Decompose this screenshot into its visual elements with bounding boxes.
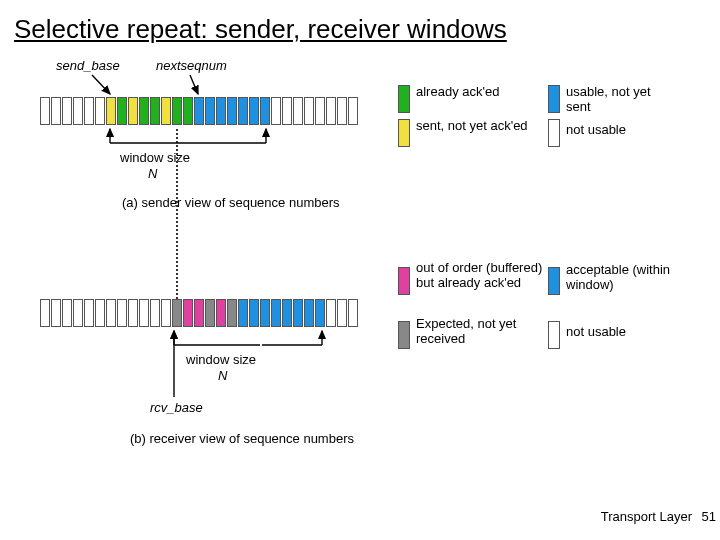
sender-caption: (a) sender view of sequence numbers xyxy=(122,195,340,210)
nextseqnum-label: nextseqnum xyxy=(156,59,227,74)
legend-not-usable-sender: not usable xyxy=(566,123,626,138)
legend-sent-not-acked: sent, not yet ack'ed xyxy=(416,119,528,134)
legend-box-sent-not-acked xyxy=(398,119,410,147)
sender-sequence-bars xyxy=(40,97,359,125)
legend-box-out-of-order xyxy=(398,267,410,295)
legend-box-already-acked xyxy=(398,85,410,113)
send-base-label: send_base xyxy=(56,59,120,74)
page-number: 51 xyxy=(702,509,716,524)
receiver-window-size-label: window size xyxy=(186,353,256,368)
dotted-connector xyxy=(176,129,178,299)
legend-acceptable: acceptable (within window) xyxy=(566,263,686,293)
receiver-sequence-bars xyxy=(40,299,359,327)
legend-expected: Expected, not yet received xyxy=(416,317,546,347)
receiver-window-size-var: N xyxy=(218,369,227,384)
svg-line-1 xyxy=(190,75,198,94)
legend-already-acked: already ack'ed xyxy=(416,85,499,100)
slide-title: Selective repeat: sender, receiver windo… xyxy=(0,0,720,47)
legend-box-not-usable-receiver xyxy=(548,321,560,349)
receiver-caption: (b) receiver view of sequence numbers xyxy=(130,431,354,446)
diagram-figure: send_base nextseqnum already ack'ed sent… xyxy=(0,47,720,487)
svg-line-0 xyxy=(92,75,110,94)
legend-box-usable-not-sent xyxy=(548,85,560,113)
legend-not-usable-receiver: not usable xyxy=(566,325,626,340)
sender-window-size-var: N xyxy=(148,167,157,182)
sender-window-size-label: window size xyxy=(120,151,190,166)
legend-usable-not-sent: usable, not yet sent xyxy=(566,85,676,115)
legend-box-expected xyxy=(398,321,410,349)
legend-box-acceptable xyxy=(548,267,560,295)
rcv-base-label: rcv_base xyxy=(150,401,203,416)
legend-out-of-order: out of order (buffered) but already ack'… xyxy=(416,261,546,291)
footer-chapter: Transport Layer xyxy=(601,509,692,524)
legend-box-not-usable-sender xyxy=(548,119,560,147)
